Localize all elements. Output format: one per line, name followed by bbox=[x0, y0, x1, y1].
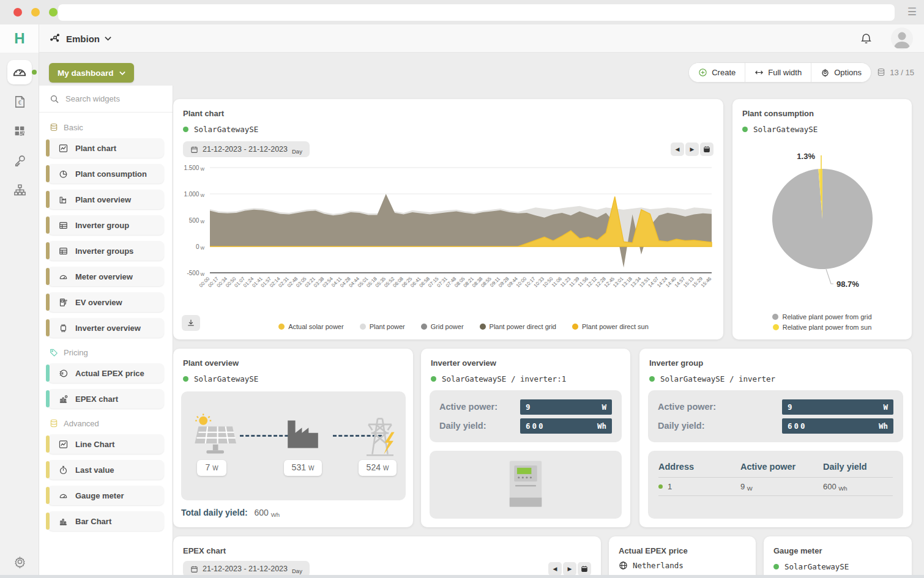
rail-widgets-icon[interactable] bbox=[7, 119, 32, 143]
legend-item[interactable]: Plant power direct sun bbox=[572, 323, 649, 330]
date-granularity: Day bbox=[292, 568, 302, 574]
chart-date-nav: ◀ ▶ bbox=[671, 143, 713, 156]
widget-title: Actual EPEX price bbox=[619, 546, 688, 555]
legend-item[interactable]: Plant power direct grid bbox=[480, 323, 556, 330]
calendar-button[interactable] bbox=[578, 562, 591, 576]
price-chart-icon bbox=[58, 394, 69, 404]
app-header: H Embion bbox=[0, 24, 924, 53]
calendar-button[interactable] bbox=[700, 143, 713, 156]
sidebar-item-actual-epex-price[interactable]: Actual EPEX price bbox=[48, 363, 164, 383]
inverter-table-panel: Address Active power Daily yield 1 9 W 6… bbox=[648, 451, 903, 519]
widget-title: Plant chart bbox=[183, 109, 224, 118]
price-icon bbox=[58, 368, 69, 379]
device-status-dot bbox=[183, 376, 188, 382]
address-bar[interactable] bbox=[58, 4, 895, 21]
sidebar-item-inverter-group[interactable]: Inverter group bbox=[48, 215, 164, 235]
sidebar-item-epex-chart[interactable]: EPEX chart bbox=[48, 389, 164, 409]
item-accent bbox=[46, 435, 50, 453]
avatar[interactable] bbox=[891, 28, 913, 50]
ev-icon bbox=[58, 297, 69, 308]
svg-text:-500 W: -500 W bbox=[187, 270, 204, 277]
inverter-table: Address Active power Daily yield 1 9 W 6… bbox=[658, 462, 893, 496]
row-status-dot bbox=[658, 484, 663, 489]
environment-switcher[interactable]: Embion bbox=[49, 24, 111, 53]
download-chart-button[interactable] bbox=[182, 315, 200, 331]
svg-text:98.7%: 98.7% bbox=[836, 280, 859, 289]
chevron-down-icon bbox=[105, 36, 111, 41]
sidebar-item-gauge-meter[interactable]: Gauge meter bbox=[48, 486, 164, 505]
browser-bar: ☰ bbox=[0, 0, 924, 24]
sidebar-item-inverter-overview[interactable]: Inverter overview bbox=[48, 318, 164, 338]
active-power-value-box: 9W bbox=[520, 399, 612, 415]
rail-invoice-icon[interactable]: € bbox=[7, 89, 32, 114]
prev-period-button[interactable]: ◀ bbox=[671, 143, 684, 156]
daily-yield-row: Daily yield: 600Wh bbox=[439, 418, 612, 434]
legend-item[interactable]: Relative plant power from grid bbox=[772, 313, 871, 320]
widget-title: Inverter group bbox=[649, 358, 703, 368]
rail-topology-icon[interactable] bbox=[7, 177, 32, 202]
date-range-text: 21-12-2023 - 21-12-2023 bbox=[203, 145, 288, 154]
consumption-pie-chart[interactable]: 1.3%98.7% bbox=[732, 141, 912, 297]
legend-dot bbox=[572, 324, 578, 330]
close-window-button[interactable] bbox=[13, 8, 22, 17]
gear-icon bbox=[821, 68, 830, 77]
options-button[interactable]: Options bbox=[811, 63, 871, 82]
daily-yield-value-box: 600Wh bbox=[520, 418, 612, 434]
prev-period-button[interactable]: ◀ bbox=[548, 562, 562, 576]
sidebar-item-last-value[interactable]: Last value bbox=[48, 460, 164, 480]
app-logo[interactable]: H bbox=[0, 24, 39, 53]
sidebar-item-plant-chart[interactable]: Plant chart bbox=[48, 138, 164, 158]
daily-yield-row: Daily yield: 600Wh bbox=[658, 418, 893, 434]
sidebar-item-ev-overview[interactable]: EV overview bbox=[48, 292, 164, 312]
browser-menu-icon[interactable]: ☰ bbox=[907, 6, 917, 18]
device-status-dot bbox=[742, 127, 748, 132]
sidebar-item-line-chart[interactable]: Line Chart bbox=[48, 434, 164, 454]
sidebar-item-plant-overview[interactable]: Plant overview bbox=[48, 190, 164, 209]
globe-icon bbox=[619, 561, 628, 570]
device-row: SolarGatewaySE bbox=[183, 125, 258, 134]
minimize-window-button[interactable] bbox=[31, 8, 40, 17]
widget-title: Inverter overview bbox=[431, 358, 496, 368]
legend-item[interactable]: Relative plant power from sun bbox=[773, 324, 872, 331]
plus-circle-icon bbox=[698, 68, 707, 77]
sidebar-item-inverter-groups[interactable]: Inverter groups bbox=[48, 241, 164, 261]
legend-item[interactable]: Plant power bbox=[360, 323, 405, 330]
chart-legend: Actual solar powerPlant powerGrid powerP… bbox=[210, 323, 717, 330]
date-range-picker[interactable]: 21-12-2023 - 21-12-2023 Day bbox=[183, 141, 310, 157]
search-placeholder: Search widgets bbox=[65, 94, 120, 103]
legend-item[interactable]: Grid power bbox=[421, 323, 464, 330]
sidebar-item-meter-overview[interactable]: Meter overview bbox=[48, 267, 164, 286]
notifications-bell-icon[interactable] bbox=[860, 32, 873, 45]
full-width-label: Full width bbox=[768, 68, 802, 77]
full-width-button[interactable]: Full width bbox=[745, 63, 811, 82]
rail-dashboard-icon[interactable] bbox=[7, 60, 32, 84]
create-button[interactable]: Create bbox=[689, 63, 745, 82]
next-period-button[interactable]: ▶ bbox=[685, 143, 699, 156]
plant-power-area-chart[interactable]: 1.500 W1.000 W500 W0 W-500 W00:0000:1700… bbox=[179, 163, 717, 309]
next-period-button[interactable]: ▶ bbox=[563, 562, 576, 576]
device-row: SolarGatewaySE / inverter:1 bbox=[431, 374, 566, 383]
daily-yield-value-box: 600Wh bbox=[782, 418, 893, 434]
legend-dot bbox=[421, 324, 427, 330]
values-panel: Active power: 9W Daily yield: 600Wh bbox=[430, 390, 622, 442]
item-accent bbox=[46, 319, 50, 336]
inverter-image-panel bbox=[430, 451, 622, 519]
rail-settings-gear-icon[interactable] bbox=[7, 549, 32, 574]
table-row[interactable]: 1 9 W 600 Wh bbox=[658, 478, 893, 496]
tag-icon bbox=[49, 347, 59, 357]
maximize-window-button[interactable] bbox=[49, 8, 58, 17]
layers-icon bbox=[49, 122, 59, 132]
chip-icon bbox=[58, 323, 69, 333]
solar-power-value: 7W bbox=[197, 460, 226, 476]
svg-text:€: € bbox=[18, 100, 21, 106]
legend-dot bbox=[773, 324, 779, 330]
nav-rail: € bbox=[0, 53, 39, 578]
search-widgets-input[interactable]: Search widgets bbox=[39, 86, 173, 113]
item-accent bbox=[46, 268, 50, 285]
sidebar-item-bar-chart[interactable]: Bar Chart bbox=[48, 511, 164, 531]
rail-key-icon[interactable] bbox=[7, 148, 32, 172]
sidebar-item-plant-consumption[interactable]: Plant consumption bbox=[48, 164, 164, 183]
widget-sidebar: Search widgets BasicPlant chartPlant con… bbox=[39, 86, 173, 578]
dashboard-selector-button[interactable]: My dashboard bbox=[49, 63, 134, 83]
legend-item[interactable]: Actual solar power bbox=[278, 323, 344, 330]
